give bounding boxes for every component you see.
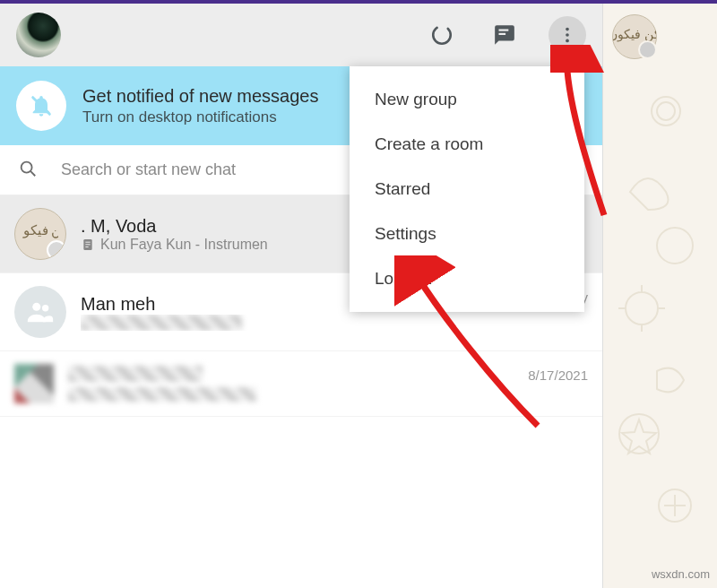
right-panel-avatar[interactable]: كن فيكون <box>612 14 657 59</box>
chat-item[interactable]: 8/17/2021 <box>0 351 602 417</box>
chat-subtitle <box>81 315 517 331</box>
chat-time: 8/17/2021 <box>528 364 588 383</box>
group-avatar <box>14 286 66 338</box>
svg-point-15 <box>32 303 40 311</box>
new-chat-icon[interactable] <box>486 16 523 54</box>
blurred-text <box>68 366 203 382</box>
app-container: Get notified of new messages Turn on des… <box>0 4 717 588</box>
svg-point-6 <box>566 39 569 43</box>
status-icon[interactable] <box>423 16 461 54</box>
user-avatar[interactable] <box>16 13 61 57</box>
svg-point-4 <box>566 28 569 31</box>
menu-button[interactable] <box>549 16 586 54</box>
svg-rect-12 <box>85 241 90 242</box>
svg-rect-14 <box>85 246 88 247</box>
svg-text:كن فيكون: كن فيكون <box>613 28 656 42</box>
svg-rect-13 <box>85 244 90 245</box>
contact-avatar: كن فيكون <box>14 208 66 260</box>
svg-point-18 <box>652 97 680 125</box>
menu-item-create-room[interactable]: Create a room <box>350 122 584 167</box>
panel-header <box>0 4 602 66</box>
watermark: wsxdn.com <box>652 567 710 581</box>
menu-item-settings[interactable]: Settings <box>350 212 584 256</box>
menu-item-log-out[interactable]: Log out <box>350 256 584 301</box>
more-vertical-icon <box>557 25 577 45</box>
svg-text:كن فيكون: كن فيكون <box>22 223 58 238</box>
chat-subtitle-text: Kun Faya Kun - Instrumen <box>100 237 268 253</box>
header-icon-group <box>423 16 586 54</box>
svg-rect-2 <box>499 30 509 31</box>
notification-text: Get notified of new messages Turn on des… <box>82 86 318 126</box>
search-icon <box>18 159 38 182</box>
bell-icon <box>16 81 66 131</box>
svg-point-5 <box>566 33 569 37</box>
chat-info <box>68 366 514 402</box>
menu-item-new-group[interactable]: New group <box>350 77 584 122</box>
notification-title: Get notified of new messages <box>82 86 318 107</box>
svg-point-16 <box>42 305 48 311</box>
right-panel: كن فيكون <box>603 4 717 588</box>
svg-rect-3 <box>499 33 506 35</box>
blurred-text <box>81 315 242 331</box>
svg-line-9 <box>30 171 35 176</box>
svg-point-19 <box>657 102 675 120</box>
notification-subtitle: Turn on desktop notifications <box>82 108 318 126</box>
dropdown-menu: New group Create a room Starred Settings… <box>350 66 584 312</box>
blurred-text <box>68 387 256 402</box>
svg-point-0 <box>430 23 454 47</box>
blurred-avatar <box>14 364 54 403</box>
avatar-script-icon: كن فيكون <box>613 15 656 58</box>
document-icon <box>81 238 95 252</box>
left-panel: Get notified of new messages Turn on des… <box>0 4 603 588</box>
doodle-background <box>603 66 717 586</box>
menu-item-starred[interactable]: Starred <box>350 167 584 212</box>
svg-point-20 <box>657 228 693 264</box>
svg-point-8 <box>22 161 32 172</box>
